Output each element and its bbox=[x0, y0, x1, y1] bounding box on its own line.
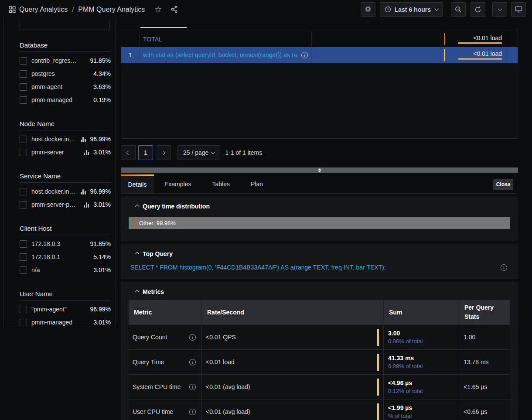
apps-grid-icon[interactable] bbox=[9, 6, 16, 13]
checkbox[interactable] bbox=[20, 136, 27, 143]
filter-item[interactable]: host.docker.in… 96.99% bbox=[20, 185, 111, 198]
checkbox[interactable] bbox=[20, 306, 27, 313]
filter-percent: 3.01% bbox=[93, 201, 111, 208]
info-icon[interactable] bbox=[189, 384, 196, 390]
star-icon[interactable]: ☆ bbox=[154, 5, 162, 14]
load-bar bbox=[458, 58, 502, 60]
checkbox[interactable] bbox=[20, 266, 27, 274]
load-cell: <0.01 load bbox=[440, 31, 507, 47]
spacer-cell bbox=[312, 47, 440, 63]
panel-splitter-handle[interactable] bbox=[121, 167, 518, 173]
close-button[interactable]: Close bbox=[493, 179, 513, 190]
filter-item[interactable]: contrib_regres… 91.85% bbox=[20, 54, 111, 67]
page-number-button[interactable]: 1 bbox=[138, 145, 153, 160]
row-number-cell bbox=[121, 31, 140, 47]
filter-section-title: Database bbox=[20, 41, 111, 50]
metric-rate: <0.01 load bbox=[206, 359, 235, 365]
zoom-out-icon bbox=[455, 6, 462, 13]
percent-of-total-link[interactable]: % of total bbox=[388, 413, 459, 419]
filter-label: pmm-server bbox=[31, 149, 64, 156]
collapse-chevron-up-icon[interactable] bbox=[136, 253, 139, 256]
filter-label: host.docker.in… bbox=[31, 136, 75, 143]
divider bbox=[20, 130, 111, 130]
tab-plan[interactable]: Plan bbox=[240, 174, 273, 193]
collapse-chevron-up-icon[interactable] bbox=[136, 290, 139, 294]
time-range-picker[interactable]: Last 6 hours bbox=[380, 2, 443, 17]
filter-label: "pmm-agent" bbox=[31, 306, 67, 313]
time-range-label: Last 6 hours bbox=[395, 6, 431, 13]
metric-name: Query Time bbox=[133, 359, 164, 365]
checkbox[interactable] bbox=[20, 149, 27, 156]
checkbox[interactable] bbox=[20, 83, 27, 91]
tab-tables[interactable]: Tables bbox=[201, 174, 240, 193]
filter-item[interactable]: 172.18.0.1 5.14% bbox=[20, 250, 111, 263]
top-query-sql: SELECT * FROM histogram(0, 'F44CD1B4B33A… bbox=[130, 264, 386, 271]
tab-examples[interactable]: Examples bbox=[154, 174, 201, 193]
checkbox[interactable] bbox=[20, 253, 27, 261]
metrics-row: User CPU time <0.01 (avg load) <1.99 µs … bbox=[129, 399, 510, 420]
checkbox[interactable] bbox=[20, 201, 27, 208]
tabbar-divider bbox=[121, 193, 518, 194]
filter-item[interactable]: postgres 4.34% bbox=[20, 67, 111, 80]
distribution-segment-other: Other: 99.98% bbox=[134, 217, 510, 229]
chevron-down-icon bbox=[498, 7, 502, 11]
info-icon[interactable] bbox=[189, 334, 196, 341]
top-query-section: Top Query SELECT * FROM histogram(0, 'F4… bbox=[121, 244, 518, 279]
filter-item[interactable]: "pmm-agent" 96.99% bbox=[20, 303, 111, 316]
filter-percent: 4.34% bbox=[93, 70, 111, 77]
tab-details[interactable]: Details bbox=[121, 174, 154, 193]
filter-item[interactable]: n/a 3.01% bbox=[20, 263, 111, 277]
query-cell: with stat as (select queryid, bucket, un… bbox=[140, 47, 312, 63]
checkbox[interactable] bbox=[20, 188, 27, 195]
filter-item[interactable]: pmm-managed 0.19% bbox=[20, 93, 111, 106]
checkbox[interactable] bbox=[20, 70, 27, 78]
metric-sum: <4.96 µs bbox=[388, 379, 459, 386]
checkbox[interactable] bbox=[20, 57, 27, 65]
breadcrumb-page[interactable]: PMM Query Analytics bbox=[78, 6, 145, 14]
share-icon[interactable] bbox=[171, 6, 178, 13]
bar-chart-icon bbox=[84, 202, 89, 208]
percent-of-total-link[interactable]: 0.09% of total bbox=[388, 363, 459, 369]
checkbox[interactable] bbox=[20, 319, 27, 326]
info-icon[interactable] bbox=[501, 264, 507, 271]
filter-percent: 0.19% bbox=[93, 96, 111, 103]
filter-item[interactable]: pmm-agent 3.63% bbox=[20, 80, 111, 93]
column-header: Sum bbox=[384, 300, 459, 324]
zoom-out-button[interactable] bbox=[451, 2, 466, 17]
load-sparkline-spike bbox=[444, 49, 445, 61]
prev-page-button[interactable] bbox=[121, 145, 136, 160]
divider bbox=[20, 300, 111, 300]
info-icon[interactable] bbox=[189, 409, 196, 415]
page-size-select[interactable]: 25 / page bbox=[177, 145, 220, 160]
divider bbox=[20, 235, 111, 235]
settings-button[interactable]: ⚙ bbox=[361, 2, 375, 17]
collapse-chevron-up-icon[interactable] bbox=[136, 205, 139, 208]
info-icon[interactable] bbox=[189, 359, 196, 365]
metrics-table-header: Metric Rate/Second Sum Per Query Stats bbox=[129, 300, 510, 324]
filter-item[interactable]: host.docker.in… 96.99% bbox=[20, 133, 111, 146]
percent-of-total-link[interactable]: 0.06% of total bbox=[388, 338, 459, 345]
load-bar bbox=[458, 42, 502, 44]
total-label: TOTAL bbox=[143, 36, 162, 43]
info-icon[interactable] bbox=[301, 52, 308, 58]
total-row[interactable]: TOTAL <0.01 load bbox=[121, 31, 518, 47]
query-row-selected[interactable]: 1 with stat as (select queryid, bucket, … bbox=[121, 47, 518, 63]
bar-chart-icon bbox=[81, 137, 86, 142]
percent-of-total-link[interactable]: 0.12% of total bbox=[388, 388, 459, 394]
filter-label: host.docker.in… bbox=[31, 188, 75, 195]
next-page-button[interactable] bbox=[156, 145, 171, 160]
checkbox[interactable] bbox=[20, 96, 27, 104]
checkbox[interactable] bbox=[20, 240, 27, 248]
filter-item[interactable]: pmm-managed 3.01% bbox=[20, 316, 111, 329]
filter-percent: 3.01% bbox=[93, 149, 111, 156]
refresh-button[interactable] bbox=[471, 2, 485, 17]
filter-search-input[interactable] bbox=[20, 21, 109, 30]
filter-section-node-name: Node Name host.docker.in… 96.99% pmm-ser… bbox=[20, 120, 111, 159]
refresh-interval-button[interactable] bbox=[492, 2, 507, 17]
filter-item[interactable]: pmm-server-p… 3.01% bbox=[20, 198, 111, 211]
breadcrumb-section[interactable]: Query Analytics bbox=[19, 6, 68, 14]
filter-item[interactable]: 172.18.0.3 91.85% bbox=[20, 237, 111, 250]
kiosk-mode-button[interactable] bbox=[511, 2, 526, 17]
filter-item[interactable]: pmm-server 3.01% bbox=[20, 146, 111, 159]
filter-label: pmm-managed bbox=[31, 319, 72, 326]
